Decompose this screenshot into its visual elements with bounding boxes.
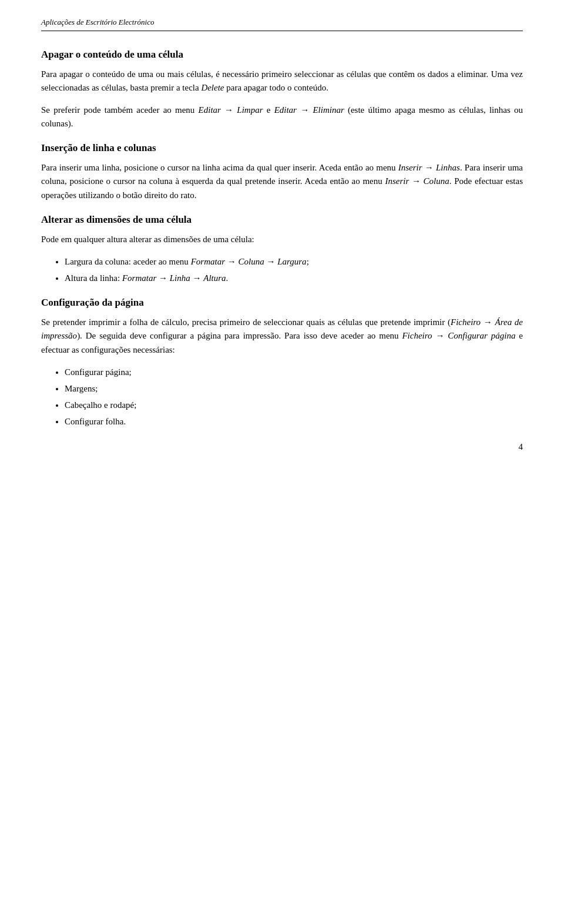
paragraph-apagar-2: Se preferir pode também aceder ao menu E… bbox=[41, 103, 523, 131]
section-apagar-celula: Apagar o conteúdo de uma célula Para apa… bbox=[41, 49, 523, 130]
list-item-configurar-folha: Configurar folha. bbox=[65, 414, 523, 428]
header-title: Aplicações de Escritório Electrónico bbox=[41, 18, 154, 27]
italic-configurar-pagina: Configurar página bbox=[448, 331, 515, 340]
italic-inserir: Inserir bbox=[398, 163, 422, 172]
list-item-cabecalho-rodape: Cabeçalho e rodapé; bbox=[65, 398, 523, 412]
list-item-margens: Margens; bbox=[65, 381, 523, 396]
page-number-footer: 4 bbox=[519, 442, 523, 452]
italic-limpar: Limpar bbox=[237, 105, 263, 115]
page-container: Aplicações de Escritório Electrónico Apa… bbox=[0, 0, 564, 470]
list-configuracao: Configurar página; Margens; Cabeçalho e … bbox=[65, 365, 523, 428]
list-alterar-dimensoes: Largura da coluna: aceder ao menu Format… bbox=[65, 255, 523, 285]
section-alterar-dimensoes: Alterar as dimensões de uma célula Pode … bbox=[41, 214, 523, 285]
italic-altura: Altura bbox=[203, 273, 226, 283]
italic-coluna-menu: Coluna bbox=[238, 257, 264, 266]
paragraph-configuracao-1: Se pretender imprimir a folha de cálculo… bbox=[41, 316, 523, 357]
section-heading-insercao: Inserção de linha e colunas bbox=[41, 142, 523, 154]
page-header: Aplicações de Escritório Electrónico bbox=[41, 18, 523, 31]
paragraph-apagar-1: Para apagar o conteúdo de uma ou mais cé… bbox=[41, 68, 523, 95]
italic-ficheiro-1: Ficheiro bbox=[451, 317, 481, 327]
italic-editar: Editar bbox=[199, 105, 221, 115]
section-heading-configuracao: Configuração da página bbox=[41, 297, 523, 309]
italic-delete: Delete bbox=[201, 83, 224, 92]
italic-ficheiro-2: Ficheiro bbox=[402, 331, 432, 340]
italic-linha: Linha bbox=[170, 273, 190, 283]
paragraph-insercao-1: Para inserir uma linha, posicione o curs… bbox=[41, 161, 523, 202]
italic-largura: Largura bbox=[277, 257, 306, 266]
section-heading-alterar: Alterar as dimensões de uma célula bbox=[41, 214, 523, 226]
paragraph-alterar-intro: Pode em qualquer altura alterar as dimen… bbox=[41, 233, 523, 246]
section-configuracao-pagina: Configuração da página Se pretender impr… bbox=[41, 297, 523, 428]
italic-coluna: Coluna bbox=[424, 176, 449, 186]
list-item-altura: Altura da linha: Formatar → Linha → Altu… bbox=[65, 271, 523, 285]
list-item-configurar-pagina: Configurar página; bbox=[65, 365, 523, 379]
italic-eliminar: Eliminar bbox=[313, 105, 344, 115]
italic-inserir-2: Inserir bbox=[385, 176, 409, 186]
italic-linhas: Linhas bbox=[436, 163, 460, 172]
section-heading-apagar: Apagar o conteúdo de uma célula bbox=[41, 49, 523, 61]
italic-formatar-1: Formatar bbox=[191, 257, 225, 266]
section-insercao: Inserção de linha e colunas Para inserir… bbox=[41, 142, 523, 202]
italic-formatar-2: Formatar bbox=[122, 273, 156, 283]
italic-editar-2: Editar bbox=[274, 105, 297, 115]
list-item-largura: Largura da coluna: aceder ao menu Format… bbox=[65, 255, 523, 269]
